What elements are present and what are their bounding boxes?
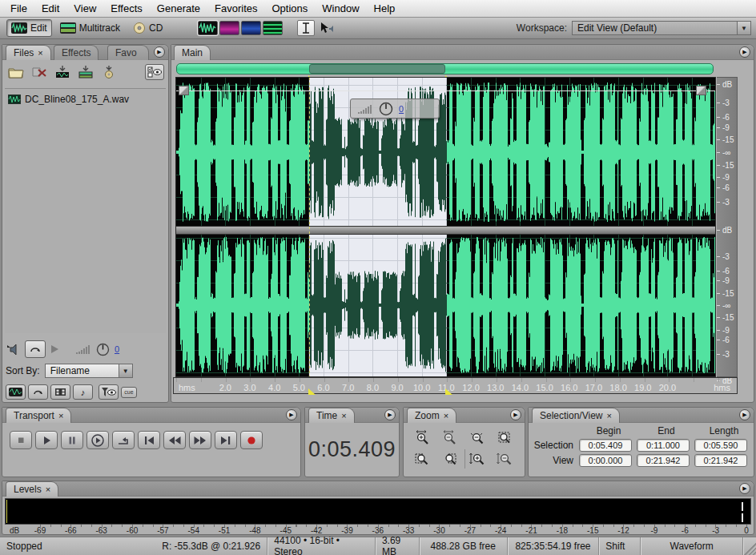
tab-levels-close-icon[interactable]: ×	[46, 485, 50, 494]
preview-gain-value[interactable]: 0	[115, 344, 119, 354]
tab-transport-close-icon[interactable]: ×	[58, 411, 63, 420]
main-panel-menu-button[interactable]: ▶	[739, 46, 750, 58]
range-handle-left[interactable]	[179, 86, 189, 95]
levels-panel-menu-button[interactable]: ▶	[739, 483, 750, 494]
menu-window[interactable]: Window	[315, 1, 366, 16]
selection-length-field[interactable]: 0:05.590	[694, 439, 747, 452]
zoom-out-full-button[interactable]	[464, 428, 489, 448]
tab-main[interactable]: Main	[174, 45, 211, 60]
multitrack-view-button[interactable]: Multitrack	[55, 19, 125, 37]
cue-list-button[interactable]: cue	[121, 387, 137, 398]
tab-files-close-icon[interactable]: ×	[38, 48, 42, 58]
menu-file[interactable]: File	[3, 1, 34, 16]
resize-grip[interactable]	[743, 537, 756, 555]
workspace-dropdown-arrow[interactable]: ▼	[737, 22, 750, 34]
go-to-end-button[interactable]	[215, 431, 237, 449]
spectral-frequency-button[interactable]	[219, 21, 239, 35]
stop-button[interactable]	[10, 431, 32, 449]
tab-zoom-close-icon[interactable]: ×	[444, 411, 448, 420]
tab-selection-view-close-icon[interactable]: ×	[607, 411, 612, 420]
zoom-panel-menu-button[interactable]: ▶	[510, 409, 521, 420]
selection-begin-field[interactable]: 0:05.409	[579, 439, 632, 452]
tab-selection-view[interactable]: Selection/View ×	[532, 408, 620, 423]
overview-selection-region[interactable]	[309, 64, 445, 74]
waveform-canvas[interactable]	[176, 78, 715, 376]
range-handle-right[interactable]	[696, 86, 706, 95]
spectral-phase-button[interactable]	[263, 21, 283, 35]
menu-effects[interactable]: Effects	[103, 1, 150, 16]
preview-gain-knob[interactable]	[96, 343, 110, 356]
sort-by-dropdown[interactable]: Filename ▼	[45, 364, 133, 378]
zoom-out-vertical-button[interactable]	[492, 449, 517, 469]
spectral-pan-button[interactable]	[241, 21, 261, 35]
insert-into-cd-button[interactable]	[99, 64, 119, 80]
edit-view-button[interactable]: Edit	[6, 19, 52, 37]
files-panel-menu-button[interactable]: ▶	[154, 46, 165, 58]
menu-favorites[interactable]: Favorites	[207, 1, 264, 16]
filter-eye-toggle[interactable]	[99, 384, 119, 400]
menu-view[interactable]: View	[66, 1, 103, 16]
menu-options[interactable]: Options	[265, 1, 316, 16]
menu-generate[interactable]: Generate	[150, 1, 207, 16]
hud-gain-value[interactable]: 0	[399, 104, 404, 114]
play-looped-button[interactable]	[112, 431, 135, 449]
selection-volume-hud[interactable]: 0	[350, 99, 440, 119]
zoom-out-horizontal-button[interactable]	[437, 428, 462, 448]
tab-time-close-icon[interactable]: ×	[341, 411, 346, 420]
show-audio-files-toggle[interactable]	[6, 384, 26, 400]
view-end-field[interactable]: 0:21.942	[637, 454, 690, 467]
view-begin-field[interactable]: 0:00.000	[579, 454, 632, 467]
tab-time[interactable]: Time ×	[308, 408, 355, 423]
time-panel-menu-button[interactable]: ▶	[384, 409, 396, 420]
view-length-field[interactable]: 0:21.942	[694, 454, 747, 467]
selview-panel-menu-button[interactable]: ▶	[739, 409, 750, 420]
workspace-dropdown[interactable]: Edit View (Default) ▼	[572, 21, 751, 35]
loop-preview-button[interactable]	[25, 340, 46, 358]
zoom-in-horizontal-button[interactable]	[410, 428, 435, 448]
zoom-selection-left-edge-button[interactable]	[410, 449, 435, 469]
preview-play-button[interactable]	[50, 344, 59, 354]
close-file-button[interactable]	[30, 64, 49, 80]
play-from-cursor-button[interactable]	[86, 431, 109, 449]
menu-edit[interactable]: Edit	[34, 1, 66, 16]
overview-scrollbar[interactable]	[176, 63, 714, 74]
tab-files[interactable]: Files ×	[6, 45, 51, 60]
show-midi-files-toggle[interactable]: ♪	[73, 384, 93, 400]
show-options-toggle[interactable]	[145, 64, 164, 80]
pause-button[interactable]	[61, 431, 83, 449]
show-loop-files-toggle[interactable]	[28, 384, 48, 400]
sort-by-dropdown-arrow[interactable]: ▼	[119, 364, 132, 377]
file-list-item[interactable]: DC_Bline08_175_A.wav	[8, 94, 163, 105]
show-video-files-toggle[interactable]	[50, 384, 70, 400]
waveform-display[interactable]: 0	[175, 77, 716, 377]
tab-transport[interactable]: Transport ×	[6, 408, 71, 423]
insert-into-edit-button[interactable]	[53, 64, 72, 80]
import-file-button[interactable]	[6, 64, 26, 80]
timeline-selection-end-marker[interactable]	[445, 388, 452, 395]
auto-play-speaker-icon[interactable]	[6, 344, 20, 356]
fast-forward-button[interactable]	[189, 431, 211, 449]
waveform-display-button[interactable]	[198, 21, 218, 35]
timeline-ruler[interactable]: hms2.03.04.05.06.07.08.09.010.011.012.01…	[173, 377, 738, 394]
db-ruler[interactable]: dB-3-3-6-6-9-9-15-15-∞dB-3-3-6-6-9-9-15-…	[717, 77, 738, 377]
insert-into-multitrack-button[interactable]	[76, 64, 95, 80]
tab-zoom[interactable]: Zoom ×	[407, 408, 456, 423]
cd-view-button[interactable]: CD	[128, 19, 167, 37]
preview-volume-icon[interactable]	[75, 344, 91, 354]
tab-favorites[interactable]: Favo	[107, 45, 149, 60]
menu-help[interactable]: Help	[367, 1, 403, 16]
record-button[interactable]	[240, 431, 263, 449]
selection-end-field[interactable]: 0:11.000	[637, 439, 690, 452]
transport-panel-menu-button[interactable]: ▶	[286, 409, 297, 420]
hud-gain-knob[interactable]	[379, 102, 393, 116]
level-meter[interactable]	[5, 498, 751, 525]
timeline-selection-start-marker[interactable]	[308, 388, 316, 395]
time-selection-tool[interactable]	[297, 20, 315, 36]
rewind-button[interactable]	[163, 431, 186, 449]
zoom-selection-right-edge-button[interactable]	[437, 449, 462, 469]
tab-effects[interactable]: Effects	[54, 45, 99, 60]
tab-levels[interactable]: Levels ×	[6, 481, 58, 497]
scrub-tool[interactable]	[318, 20, 336, 36]
play-button[interactable]	[35, 431, 58, 449]
go-to-beginning-button[interactable]	[138, 431, 160, 449]
